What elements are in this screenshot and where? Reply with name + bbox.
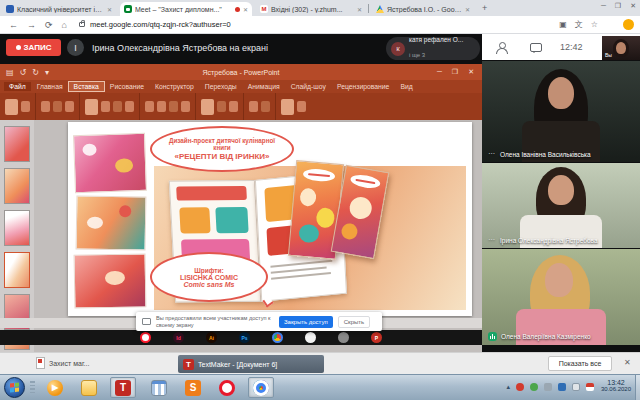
opera-icon	[140, 332, 151, 343]
more-options-icon[interactable]: ⋯	[488, 236, 496, 244]
ribbon-tab[interactable]: Переходы	[200, 82, 242, 91]
forward-icon[interactable]: →	[27, 20, 36, 30]
tab-title: Класичний університет імені Іва...	[17, 6, 104, 13]
close-icon[interactable]: ✕	[468, 68, 474, 76]
self-video-tile[interactable]: Вы	[602, 36, 640, 60]
tab-close-icon[interactable]: ✕	[107, 6, 112, 13]
ribbon-group[interactable]	[196, 93, 244, 120]
font-name-2: Comic sans Ms	[184, 281, 235, 288]
slide-photo	[73, 133, 147, 193]
cast-icon[interactable]: ▣	[559, 20, 567, 29]
participants-icon[interactable]	[496, 42, 508, 53]
presenter-dock: Id Ai Ps P	[0, 330, 482, 345]
tray-icon[interactable]	[544, 383, 552, 391]
clock-time: 13:42	[594, 379, 638, 386]
tab-title: Вхідні (302) - y.zhum...	[271, 6, 354, 13]
ribbon-tab[interactable]: Конструктор	[150, 82, 199, 91]
back-icon[interactable]: ←	[9, 20, 18, 30]
video-tile-2[interactable]: ⋯ Ірина Олександрівна Ястребова	[482, 163, 640, 248]
url-text[interactable]: meet.google.com/qtq-zqjn-rck?authuser=0	[90, 20, 559, 29]
tray-icon[interactable]	[516, 383, 524, 391]
tab-close-icon[interactable]: ✕	[243, 6, 248, 13]
media-player-taskbar-button[interactable]: ▶	[42, 377, 68, 398]
ribbon-group[interactable]	[244, 93, 276, 120]
hide-banner-button[interactable]: Скрыть	[338, 316, 370, 328]
shelf-close-icon[interactable]: ✕	[624, 358, 631, 367]
new-tab-button[interactable]: +	[482, 3, 487, 13]
ribbon-tab[interactable]: Рецензирование	[332, 82, 394, 91]
taskbar-clock[interactable]: 13:42 30.06.2020	[594, 379, 638, 392]
tab-gmail[interactable]: M Вхідні (302) - y.zhum... ✕	[256, 2, 366, 16]
translate-icon[interactable]: 文	[575, 19, 583, 30]
slide-thumbnail[interactable]	[4, 168, 30, 204]
tab-title: Ястребова І.О. - Google Диск	[387, 6, 462, 13]
ribbon-tab[interactable]: Слайд-шоу	[286, 82, 331, 91]
update-badge-icon[interactable]	[623, 19, 634, 30]
stop-sharing-button[interactable]: Закрыть доступ	[279, 316, 333, 328]
chrome-taskbar-button[interactable]	[248, 377, 274, 398]
close-icon[interactable]: ✕	[630, 2, 636, 10]
window-controls[interactable]: ─ ❐ ✕	[601, 2, 636, 10]
ribbon-group[interactable]	[36, 93, 80, 120]
tab-meet-active[interactable]: Meet – "Захист дипломн..." ✕	[120, 2, 252, 16]
tab-university[interactable]: Класичний університет імені Іва... ✕	[2, 2, 116, 16]
ribbon-tab[interactable]: Анимация	[243, 82, 285, 91]
textmaker-icon: T	[183, 359, 194, 370]
textmaker-label: TextMaker - [Документ 6]	[198, 361, 277, 368]
tray-flag-icon[interactable]	[586, 383, 594, 391]
bookmark-star-icon[interactable]: ☆	[591, 20, 598, 29]
textmaker-taskbar-button[interactable]: T	[110, 377, 136, 398]
opera-taskbar-button[interactable]	[214, 377, 240, 398]
home-icon[interactable]: ⌂	[62, 20, 67, 30]
calculator-taskbar-button[interactable]	[146, 377, 172, 398]
ribbon-group[interactable]	[140, 93, 196, 120]
tray-icon[interactable]	[530, 383, 538, 391]
tab-close-icon[interactable]: ✕	[465, 6, 470, 13]
photoshop-icon: Ps	[239, 332, 250, 343]
system-tray: ▴	[506, 383, 594, 391]
explorer-taskbar-button[interactable]	[76, 377, 102, 398]
restore-icon[interactable]: ❐	[452, 68, 458, 76]
ribbon-tab[interactable]: Вид	[395, 82, 417, 91]
restore-icon[interactable]: ❐	[615, 2, 621, 10]
chat-icon[interactable]	[530, 43, 542, 52]
reload-icon[interactable]: ⟳	[45, 20, 53, 30]
show-desktop-button[interactable]	[635, 375, 640, 400]
ribbon-group[interactable]	[276, 93, 311, 120]
tab-drive[interactable]: Ястребова І.О. - Google Диск ✕	[372, 2, 474, 16]
slide-thumbnail[interactable]	[4, 210, 30, 246]
start-button[interactable]	[4, 377, 25, 398]
powerpoint-window-title: Ястребова - PowerPoint	[0, 69, 482, 76]
video-tile-3[interactable]: Олена Валеріївна Казміренко	[482, 249, 640, 345]
ppt-window-controls[interactable]: ─ ❐ ✕	[437, 68, 474, 76]
ribbon-tab[interactable]: Рисование	[105, 82, 149, 91]
tab-title: Meet – "Захист дипломн..."	[135, 6, 232, 13]
ribbon-group[interactable]	[0, 93, 36, 120]
more-options-icon[interactable]: ⋯	[488, 150, 496, 158]
document-item[interactable]: Захист маг...	[36, 357, 89, 369]
presentations-taskbar-button[interactable]: S	[180, 377, 206, 398]
slide-thumbnail[interactable]	[4, 126, 30, 162]
profile-avatar[interactable]	[606, 19, 617, 30]
minimize-icon[interactable]: ─	[437, 68, 442, 76]
tray-expand-icon[interactable]: ▴	[506, 383, 510, 391]
lock-icon[interactable]	[79, 22, 85, 27]
slide-thumbnail-selected[interactable]	[4, 252, 30, 288]
show-all-button[interactable]: Показать все	[548, 356, 612, 371]
slide[interactable]: Дизайн-проект дитячої кулінарної книги «…	[68, 122, 472, 316]
taskbar-grip[interactable]	[30, 381, 35, 395]
textmaker-window-button[interactable]: T TextMaker - [Документ 6]	[178, 355, 324, 373]
ribbon-group[interactable]	[80, 93, 140, 120]
tray-icon[interactable]	[558, 383, 566, 391]
ribbon-tab-active[interactable]: Вставка	[69, 82, 104, 91]
screen: Класичний університет імені Іва... ✕ Mee…	[0, 0, 640, 400]
minimize-icon[interactable]: ─	[601, 2, 606, 10]
tray-icon[interactable]	[572, 383, 580, 391]
ribbon-tab[interactable]: Главная	[32, 82, 68, 91]
clock-date: 30.06.2020	[594, 386, 638, 392]
ribbon-tab-file[interactable]: Файл	[4, 82, 31, 91]
slide-photo	[76, 195, 147, 250]
video-tile-1[interactable]: ⋯ Олена Іванівна Васильківська	[482, 61, 640, 162]
tab-close-icon[interactable]: ✕	[357, 6, 362, 13]
join-toast[interactable]: к катя рефален О... і ще 3	[386, 37, 480, 60]
